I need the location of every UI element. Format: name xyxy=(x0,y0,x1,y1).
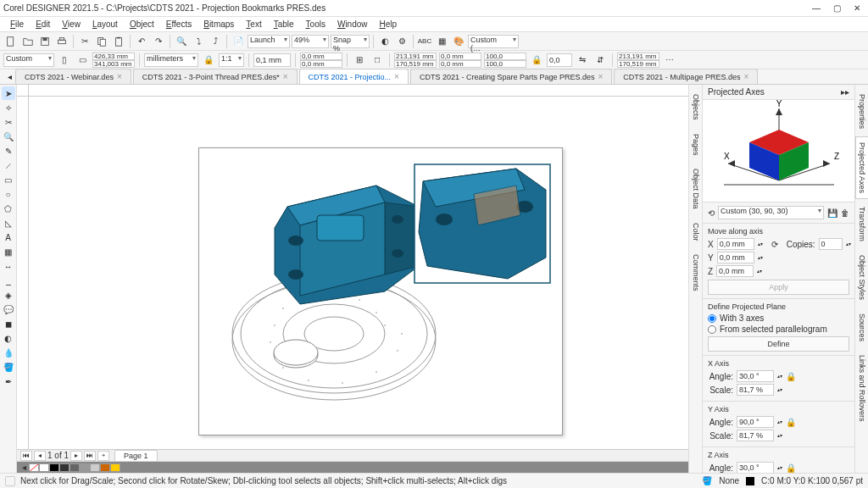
document-tab[interactable]: CDTS 2021 - Multipage PRES.des× xyxy=(614,69,758,84)
print-icon[interactable] xyxy=(54,34,70,49)
paste-icon[interactable] xyxy=(111,34,126,49)
y-angle-input[interactable] xyxy=(737,416,774,428)
color-swatch[interactable] xyxy=(100,463,110,472)
obj-offset[interactable] xyxy=(439,53,481,68)
zoom-combo[interactable]: 49% xyxy=(292,35,329,48)
import-icon[interactable]: ⤵ xyxy=(191,34,206,49)
color-swatch[interactable] xyxy=(39,463,49,472)
publish-icon[interactable]: 📄 xyxy=(231,34,246,49)
document-tab[interactable]: CDTS 2021 - Creating Spare Parts Page PR… xyxy=(410,69,612,84)
menu-window[interactable]: Window xyxy=(332,18,373,30)
duplicate-offset[interactable] xyxy=(300,53,342,68)
lock-icon[interactable]: 🔒 xyxy=(786,418,796,427)
docker-tab-transform[interactable]: Transform xyxy=(855,201,869,247)
color-swatch[interactable] xyxy=(80,463,90,472)
menu-text[interactable]: Text xyxy=(241,18,266,30)
3point-tool[interactable]: ◺ xyxy=(2,216,15,230)
ellipse-tool[interactable]: ○ xyxy=(2,187,15,201)
close-tab-icon[interactable]: × xyxy=(117,72,122,81)
color-swatch[interactable] xyxy=(70,463,80,472)
orientation-landscape-icon[interactable]: ▭ xyxy=(75,53,90,68)
drawing-canvas[interactable] xyxy=(29,97,688,449)
menu-bitmaps[interactable]: Bitmaps xyxy=(198,18,239,30)
align-icon[interactable]: ⊞ xyxy=(352,53,367,68)
rotation-input[interactable] xyxy=(547,53,572,67)
lock-icon[interactable]: 🔒 xyxy=(786,372,796,381)
add-page-button[interactable]: + xyxy=(97,451,109,461)
redo-icon[interactable]: ↷ xyxy=(151,34,166,49)
docker-tab-objects[interactable]: Objects xyxy=(689,88,703,126)
document-tab[interactable]: CDTS 2021 - Projectio...× xyxy=(299,69,409,84)
treat-as-icon[interactable]: □ xyxy=(370,53,385,68)
save-icon[interactable] xyxy=(37,34,53,49)
polygon-tool[interactable]: ⬠ xyxy=(2,202,15,215)
docker-tab-properties[interactable]: Properties xyxy=(855,88,869,135)
orbit-icon[interactable]: ⟲ xyxy=(708,208,715,218)
menu-help[interactable]: Help xyxy=(375,18,403,30)
undo-icon[interactable]: ↶ xyxy=(134,34,149,49)
copies-input[interactable] xyxy=(819,238,843,250)
docker-tab-color[interactable]: Color xyxy=(689,217,703,247)
transparency-tool[interactable]: ◐ xyxy=(2,331,15,345)
docker-tab-projected-axes[interactable]: Projected Axes xyxy=(855,136,869,199)
color-swatch[interactable] xyxy=(49,463,59,472)
x-angle-input[interactable] xyxy=(737,370,774,382)
search-icon[interactable]: 🔍 xyxy=(174,34,189,49)
color-swatch[interactable] xyxy=(90,463,100,472)
cut-icon[interactable]: ✂ xyxy=(77,34,92,49)
eyedropper-tool[interactable]: 💧 xyxy=(2,346,15,359)
obj-size2[interactable] xyxy=(617,53,659,68)
no-fill-swatch[interactable] xyxy=(29,463,39,472)
mirror-v-icon[interactable]: ⇵ xyxy=(593,53,608,68)
z-angle-input[interactable] xyxy=(737,462,774,473)
table-tool[interactable]: ▦ xyxy=(2,245,15,258)
copy-icon[interactable] xyxy=(94,34,109,49)
tab-scroll-left-icon[interactable]: ◂ xyxy=(3,69,15,84)
launch-combo[interactable]: Launch xyxy=(248,35,290,48)
menu-file[interactable]: File xyxy=(5,18,29,30)
page-tab[interactable]: Page 1 xyxy=(114,450,158,462)
xy-position[interactable] xyxy=(92,53,135,68)
first-page-button[interactable]: ⏮ xyxy=(20,451,32,461)
workspace-combo[interactable]: Custom (… xyxy=(468,35,519,48)
docker-tab-pages[interactable]: Pages xyxy=(689,128,703,162)
orientation-portrait-icon[interactable]: ▯ xyxy=(57,53,72,68)
more-icon[interactable]: ⋯ xyxy=(662,53,677,68)
move-x-input[interactable] xyxy=(717,238,754,250)
docker-tab-sources[interactable]: Sources xyxy=(855,308,869,347)
obj-size[interactable] xyxy=(394,53,437,68)
ruler-horizontal[interactable] xyxy=(29,85,688,96)
move-z-input[interactable] xyxy=(716,265,754,277)
minimize-button[interactable]: — xyxy=(809,3,824,14)
lock-ratio-icon[interactable]: 🔒 xyxy=(201,53,216,68)
docker-menu-icon[interactable]: ▸▸ xyxy=(841,87,849,97)
ruler-vertical[interactable] xyxy=(17,97,29,449)
projected-tool[interactable]: ◈ xyxy=(2,288,15,302)
export-icon[interactable]: ⤴ xyxy=(208,34,223,49)
save-preset-icon[interactable]: 💾 xyxy=(827,208,837,218)
color-icon[interactable]: 🎨 xyxy=(451,34,466,49)
halo-icon[interactable]: ◐ xyxy=(377,34,392,49)
document-tab[interactable]: CDTS 2021 - 3-Point Thread PRES.des*× xyxy=(133,69,298,84)
menu-effects[interactable]: Effects xyxy=(161,18,197,30)
ruler-origin[interactable] xyxy=(17,85,29,96)
pick-tool[interactable]: ➤ xyxy=(2,86,15,100)
last-page-button[interactable]: ⏭ xyxy=(84,451,96,461)
close-tab-icon[interactable]: × xyxy=(394,72,399,81)
x-scale-input[interactable] xyxy=(737,384,774,396)
fill-tool[interactable]: 🪣 xyxy=(2,360,15,374)
apply-button[interactable]: Apply xyxy=(708,280,849,295)
shape-tool[interactable]: ✧ xyxy=(2,101,15,114)
docker-tab-links-and-rollovers[interactable]: Links and Rollovers xyxy=(855,349,869,428)
menu-layout[interactable]: Layout xyxy=(87,18,123,30)
rectangle-tool[interactable]: ▭ xyxy=(2,173,15,186)
next-page-button[interactable]: ▸ xyxy=(70,451,82,461)
snap-combo[interactable]: Snap % xyxy=(331,35,370,48)
connector-tool[interactable]: ⎯ xyxy=(2,274,15,287)
delete-preset-icon[interactable]: 🗑 xyxy=(841,208,849,218)
prev-page-button[interactable]: ◂ xyxy=(34,451,46,461)
projection-preset-combo[interactable]: Custom (30, 90, 30) xyxy=(718,206,824,219)
close-button[interactable]: ✕ xyxy=(849,3,865,14)
docker-tab-object-data[interactable]: Object Data xyxy=(689,163,703,215)
freehand-tool[interactable]: ✎ xyxy=(2,144,15,158)
